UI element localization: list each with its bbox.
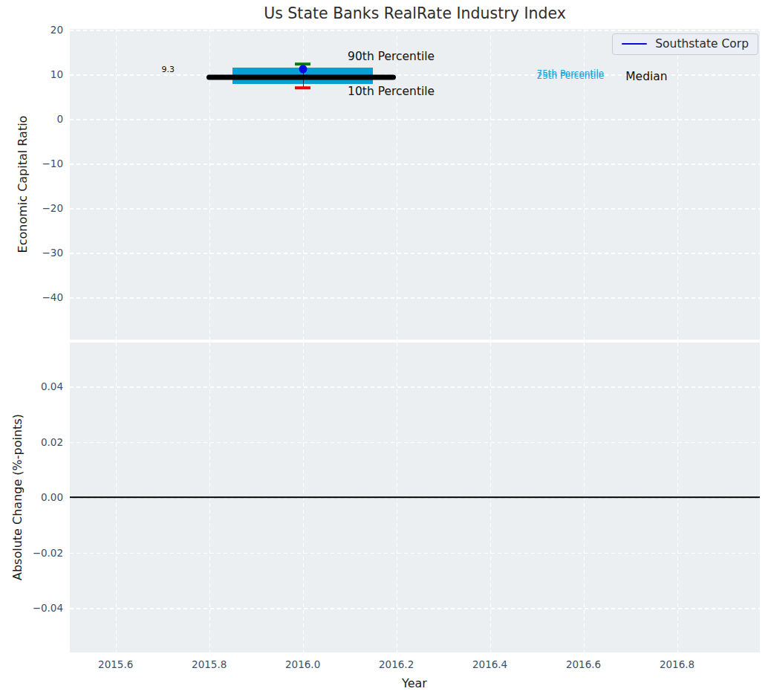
x-tick-label: 2016.6 xyxy=(566,658,601,670)
y-gridline xyxy=(70,442,760,444)
x-tick-label: 2016.2 xyxy=(379,658,414,670)
figure: Us State Banks RealRate Industry Index 9… xyxy=(0,0,768,700)
x-tick-label: 2016.8 xyxy=(660,658,694,670)
x-gridline xyxy=(677,29,679,340)
x-tick-label: 2015.8 xyxy=(192,658,227,670)
y-axis-label-bottom: Absolute Change (%-points) xyxy=(10,414,25,580)
annotation-90th-percentile: 90th Percentile xyxy=(348,51,435,63)
y-gridline xyxy=(70,253,760,254)
y-gridline xyxy=(70,163,760,165)
x-tick-label: 2016.0 xyxy=(285,658,320,670)
x-tick-label: 2016.4 xyxy=(472,658,507,670)
y-gridline xyxy=(70,297,760,299)
legend-line-swatch xyxy=(622,43,647,45)
y-axis-label-top: Economic Capital Ratio xyxy=(16,116,30,253)
x-gridline xyxy=(490,29,492,340)
zero-line xyxy=(70,496,760,498)
legend: Southstate Corp xyxy=(612,33,758,55)
y-tick-label: −30 xyxy=(42,247,64,259)
y-tick-label: 0 xyxy=(56,113,63,125)
company-point xyxy=(299,65,307,74)
p10-marker xyxy=(295,86,310,89)
y-gridline xyxy=(70,608,760,609)
y-tick-label: −0.04 xyxy=(33,602,63,614)
top-plot-area: 9.390th Percentile10th Percentile75th Pe… xyxy=(70,29,760,340)
annotation-median: Median xyxy=(625,71,667,83)
y-tick-label: −0.02 xyxy=(33,547,63,559)
annotation-25th-percentile: 25th Percentile xyxy=(537,71,605,80)
annotation-9-3: 9.3 xyxy=(162,65,175,74)
y-tick-label: 0.00 xyxy=(41,491,63,503)
y-tick-label: 20 xyxy=(51,24,63,36)
y-tick-label: 0.02 xyxy=(41,436,63,448)
y-gridline xyxy=(70,553,760,554)
x-axis-label: Year xyxy=(402,676,427,690)
y-gridline xyxy=(70,30,760,31)
y-gridline xyxy=(70,208,760,210)
y-tick-label: 10 xyxy=(51,68,63,80)
x-gridline xyxy=(116,29,117,340)
y-tick-label: −20 xyxy=(42,202,64,214)
y-tick-label: 0.04 xyxy=(41,380,63,392)
x-gridline xyxy=(397,29,398,340)
annotation-10th-percentile: 10th Percentile xyxy=(348,86,435,98)
y-tick-label: −40 xyxy=(42,291,64,303)
y-gridline xyxy=(70,386,760,388)
median-line xyxy=(206,75,396,80)
chart-title: Us State Banks RealRate Industry Index xyxy=(70,4,760,22)
legend-label: Southstate Corp xyxy=(655,37,749,51)
y-gridline xyxy=(70,119,760,120)
y-tick-label: −10 xyxy=(42,158,64,169)
bottom-plot-area xyxy=(70,343,760,652)
x-tick-label: 2015.6 xyxy=(98,658,133,670)
